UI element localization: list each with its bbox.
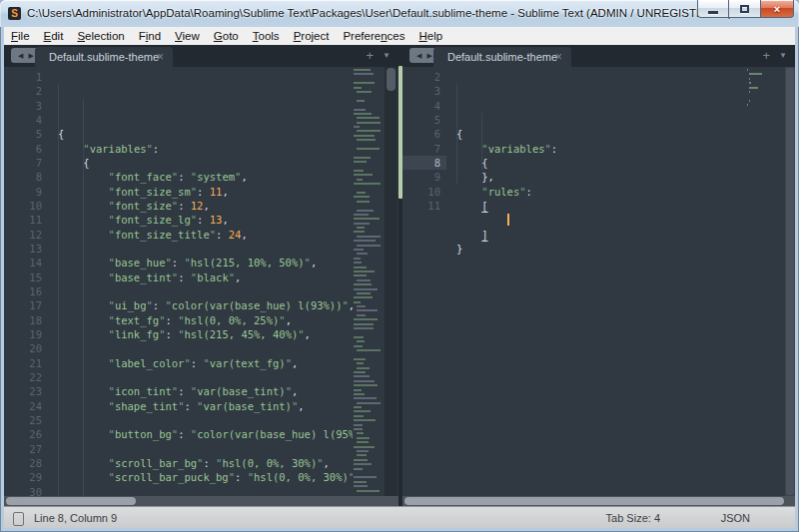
- menu-item-view[interactable]: View: [168, 29, 207, 43]
- right-horizontal-scroll-puck[interactable]: [404, 497, 784, 505]
- gutter-line-number: 3: [4, 99, 48, 113]
- right-vertical-scrollbar[interactable]: [785, 67, 795, 496]
- gutter-line-number: 4: [402, 99, 446, 113]
- left-minimap[interactable]: [353, 69, 381, 496]
- gutter-line-number: 13: [4, 242, 48, 256]
- editor-area: ◀ ▶ Default.sublime-theme × + ▼ 12345678…: [4, 45, 795, 506]
- gutter-line-number: 21: [4, 356, 48, 370]
- tab-controls: + ▼: [762, 47, 787, 65]
- menu-item-project[interactable]: Project: [287, 29, 337, 43]
- gutter-line-number: 16: [4, 284, 48, 298]
- tab-label: Default.sublime-theme: [49, 51, 159, 63]
- menu-item-file[interactable]: File: [4, 29, 37, 43]
- menu-item-goto[interactable]: Goto: [207, 29, 246, 43]
- tab-size-indicator[interactable]: Tab Size: 4: [606, 512, 660, 524]
- left-vertical-scrollbar[interactable]: [385, 67, 398, 496]
- code-line: [58, 370, 353, 384]
- gutter-line-number: 30: [4, 485, 48, 496]
- right-tab-bar: ◀ ▶ Default.sublime-theme × + ▼: [402, 45, 795, 67]
- gutter-line-number: 9: [402, 170, 446, 184]
- tab-forward-icon[interactable]: ▶: [29, 48, 34, 63]
- tab-default-sublime-theme[interactable]: Default.sublime-theme ×: [35, 47, 173, 67]
- gutter-line-number: 12: [4, 228, 48, 242]
- gutter-line-number: 20: [4, 341, 48, 355]
- gutter-line-number: 7: [402, 142, 446, 156]
- gutter-line-number: 27: [4, 442, 48, 456]
- syntax-indicator[interactable]: JSON: [721, 512, 750, 524]
- menu-item-tools[interactable]: Tools: [246, 29, 287, 43]
- minimize-button[interactable]: [697, 0, 729, 18]
- title-bar[interactable]: S C:\Users\Administrator\AppData\Roaming…: [0, 0, 799, 27]
- gutter-line-number: 6: [4, 142, 48, 156]
- gutter-line-number: 3: [402, 84, 446, 98]
- indent-guide: [481, 113, 482, 170]
- tab-close-icon[interactable]: ×: [157, 47, 164, 68]
- menu-item-find[interactable]: Find: [132, 29, 168, 43]
- tab-back-icon[interactable]: ◀: [18, 48, 23, 63]
- left-vertical-scroll-puck[interactable]: [387, 68, 396, 91]
- tab-close-icon[interactable]: ×: [555, 47, 562, 68]
- left-pane: ◀ ▶ Default.sublime-theme × + ▼ 12345678…: [4, 45, 399, 506]
- code-line: [456, 213, 747, 227]
- close-button[interactable]: ×: [760, 0, 794, 18]
- code-line: "link_fg": "hsl(215, 45%, 40%)",: [58, 327, 353, 341]
- left-horizontal-scrollbar[interactable]: [4, 496, 399, 506]
- window-controls: ×: [697, 0, 794, 18]
- window-title: C:\Users\Administrator\AppData\Roaming\S…: [27, 7, 732, 19]
- gutter-line-number: 5: [4, 127, 48, 141]
- gutter-line-number: 11: [4, 213, 48, 227]
- gutter-line-number: 25: [4, 413, 48, 427]
- new-tab-icon[interactable]: +: [762, 47, 770, 65]
- maximize-button[interactable]: [729, 0, 760, 18]
- gutter-line-number: 7: [4, 156, 48, 170]
- status-panel-icon[interactable]: [13, 512, 24, 526]
- code-line: "base_tint": "black",: [58, 270, 353, 284]
- tab-default-sublime-theme[interactable]: Default.sublime-theme ×: [433, 47, 571, 67]
- right-pane: ◀ ▶ Default.sublime-theme × + ▼ 23456789…: [402, 45, 795, 506]
- left-horizontal-scroll-puck[interactable]: [6, 497, 136, 505]
- left-editor[interactable]: 1234567891011121314151617181920212223242…: [4, 67, 399, 496]
- gutter-line-number: 1: [4, 70, 48, 84]
- code-line: ]: [456, 228, 747, 242]
- new-tab-icon[interactable]: +: [366, 47, 374, 65]
- gutter-line-number: 17: [4, 298, 48, 312]
- gutter-line-number: 23: [4, 384, 48, 398]
- code-line: [58, 413, 353, 427]
- left-code[interactable]: { "variables": { "font_face": "system", …: [48, 67, 353, 496]
- gutter-line-number: 6: [402, 127, 446, 141]
- right-vertical-scroll-puck[interactable]: [786, 68, 794, 495]
- code-line: {: [58, 156, 353, 170]
- menu-item-edit[interactable]: Edit: [37, 29, 71, 43]
- sublime-logo-icon: S: [8, 7, 21, 20]
- text-cursor: [507, 214, 509, 226]
- code-line: "rules":: [456, 185, 747, 199]
- code-line: "variables":: [456, 142, 747, 156]
- gutter-line-number: 15: [4, 270, 48, 284]
- gutter-line-number: 4: [4, 113, 48, 127]
- tab-back-icon[interactable]: ◀: [416, 48, 421, 63]
- code-line: [58, 341, 353, 355]
- gutter-line-number: 8: [4, 170, 48, 184]
- code-line: "scroll_bar_puck_bg": "hsl(0, 0%, 30%)",: [58, 470, 353, 484]
- gutter-line-number: 5: [402, 113, 446, 127]
- tab-forward-icon[interactable]: ▶: [427, 48, 432, 63]
- menu-item-help[interactable]: Help: [411, 29, 449, 43]
- code-line: },: [456, 170, 747, 184]
- right-minimap[interactable]: [747, 69, 775, 496]
- menu-item-selection[interactable]: Selection: [70, 29, 131, 43]
- code-line: [456, 256, 747, 269]
- right-editor[interactable]: 234567891011 { "variables": { }, "rules"…: [402, 67, 795, 496]
- code-line: {: [456, 127, 747, 141]
- right-horizontal-scrollbar[interactable]: [402, 496, 795, 506]
- gutter-line-number: 10: [402, 185, 446, 199]
- gutter-line-number: 22: [4, 370, 48, 384]
- app-window: S C:\Users\Administrator\AppData\Roaming…: [0, 0, 799, 532]
- right-code[interactable]: { "variables": { }, "rules": [ ]}: [446, 67, 747, 496]
- gutter-line-number: 29: [4, 470, 48, 484]
- tab-overflow-icon[interactable]: ▼: [779, 47, 787, 65]
- gutter-line-number: 9: [4, 185, 48, 199]
- tab-overflow-icon[interactable]: ▼: [383, 47, 391, 65]
- menu-item-preferences[interactable]: Preferences: [336, 29, 411, 43]
- code-line: [: [456, 199, 747, 213]
- indent-guide: [58, 84, 59, 496]
